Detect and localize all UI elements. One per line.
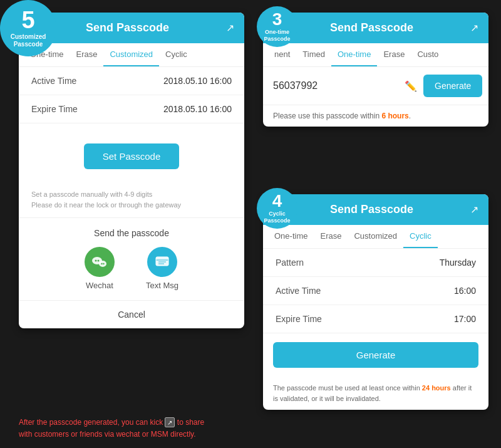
expire-time-row-5: Expire Time 2018.05.10 16:00 — [19, 95, 244, 123]
share-icon-3[interactable]: ↗︎ — [470, 22, 478, 34]
share-inline-icon: ↗ — [165, 417, 175, 427]
bottom-note: After the passcode generated, you can ki… — [19, 417, 244, 440]
share-buttons: Wechat Text Msg — [31, 247, 232, 290]
step-4-circle: 4 CyclicPasscode — [257, 188, 297, 229]
tab-4-cyclic[interactable]: Cyclic — [403, 225, 438, 248]
card-4-title: Send Passcode — [273, 203, 470, 216]
step-3-circle: 3 One-timePasscode — [257, 6, 297, 47]
step-5-label: CustomizedPasscode — [11, 33, 46, 48]
svg-point-1 — [95, 260, 96, 262]
expire-time-label-5: Expire Time — [31, 104, 78, 114]
cancel-button[interactable]: Cancel — [19, 300, 244, 328]
share-icon-4[interactable]: ↗︎ — [470, 204, 478, 216]
step-5-number: 5 — [21, 8, 34, 32]
expire-time-label-4: Expire Time — [276, 314, 322, 324]
passcode-hint-3: Please use this passcode within 6 hours. — [263, 105, 488, 127]
textmsg-icon — [147, 247, 177, 277]
svg-point-5 — [103, 263, 104, 264]
active-time-value-5: 2018.05.10 16:00 — [163, 76, 232, 86]
textmsg-share-button[interactable]: Text Msg — [146, 247, 178, 290]
generate-row-4: Generate — [263, 333, 488, 377]
wechat-icon — [85, 247, 115, 277]
active-time-value-4: 16:00 — [454, 286, 476, 296]
tab-5-cyclic[interactable]: Cyclic — [159, 43, 194, 66]
active-time-row-4: Active Time 16:00 — [263, 277, 488, 305]
tab-4-erase[interactable]: Erase — [314, 225, 348, 248]
card-5-title: Send Passcode — [29, 21, 226, 34]
set-passcode-button[interactable]: Set Passcode — [84, 143, 180, 169]
pattern-value-4: Thursday — [440, 258, 476, 268]
card-5-tabs: One-time Erase Customized Cyclic — [19, 43, 244, 67]
tab-3-nent[interactable]: nent — [268, 43, 296, 66]
expire-time-value-4: 17:00 — [454, 314, 476, 324]
pattern-label-4: Pattern — [276, 258, 304, 268]
svg-point-3 — [99, 261, 106, 267]
edit-icon[interactable]: ✏️ — [405, 80, 417, 92]
tab-4-customized[interactable]: Customized — [348, 225, 403, 248]
active-time-label-4: Active Time — [276, 286, 321, 296]
step-5-circle: 5 CustomizedPasscode — [0, 0, 56, 56]
tab-3-onetime[interactable]: One-time — [331, 43, 377, 66]
tab-3-timed[interactable]: Timed — [296, 43, 331, 66]
step-4-label: CyclicPasscode — [264, 211, 290, 224]
expire-time-row-4: Expire Time 17:00 — [263, 305, 488, 333]
card-3-title: Send Passcode — [273, 21, 470, 34]
card-4-tabs: One-time Erase Customized Cyclic — [263, 225, 488, 249]
step-3-number: 3 — [272, 11, 282, 28]
step-3-label: One-timePasscode — [264, 29, 290, 43]
tab-5-erase[interactable]: Erase — [70, 43, 103, 66]
passcode-input[interactable] — [273, 80, 398, 91]
svg-point-4 — [101, 263, 102, 264]
tab-5-customized[interactable]: Customized — [103, 43, 159, 66]
tab-3-erase[interactable]: Erase — [377, 43, 411, 66]
step-4-number: 4 — [272, 192, 282, 210]
send-title: Send the passcode — [31, 228, 232, 238]
tab-3-custo[interactable]: Custo — [411, 43, 445, 66]
generate-button-3[interactable]: Generate — [423, 75, 482, 97]
passcode-input-row: ✏️ Generate — [263, 67, 488, 105]
footer-note-4: The passcode must be used at least once … — [263, 377, 488, 410]
card-3-tabs: nent Timed One-time Erase Custo — [263, 43, 488, 67]
send-section: Send the passcode Wechat — [19, 217, 244, 300]
active-time-label-5: Active Time — [31, 76, 76, 86]
card-5-hint: Set a passcode manually with 4-9 digitsP… — [19, 189, 244, 217]
generate-button-4[interactable]: Generate — [273, 342, 478, 368]
wechat-share-button[interactable]: Wechat — [85, 247, 115, 290]
share-icon-5[interactable]: ↗︎ — [226, 22, 234, 34]
active-time-row-5: Active Time 2018.05.10 16:00 — [19, 67, 244, 95]
card-5-customized-passcode: Send Passcode ↗︎ One-time Erase Customiz… — [19, 13, 244, 328]
expire-time-value-5: 2018.05.10 16:00 — [163, 104, 232, 114]
wechat-label: Wechat — [86, 281, 113, 290]
svg-rect-6 — [156, 257, 168, 266]
pattern-row-4: Pattern Thursday — [263, 249, 488, 277]
card-4-cyclic-passcode: Send Passcode ↗︎ One-time Erase Customiz… — [263, 194, 488, 410]
bottom-note-text-1: After the passcode generated, you can ki… — [19, 418, 165, 427]
svg-point-2 — [97, 260, 99, 262]
textmsg-label: Text Msg — [146, 281, 178, 290]
